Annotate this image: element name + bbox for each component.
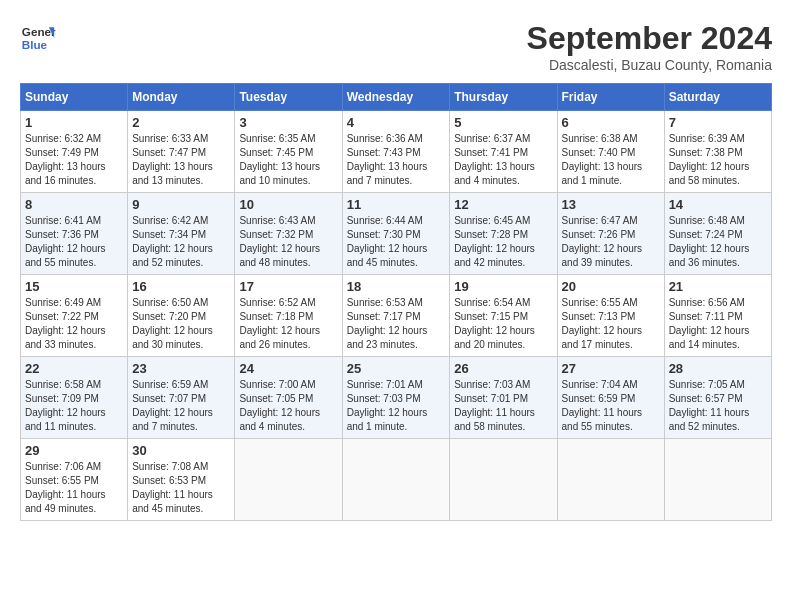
- day-number: 4: [347, 115, 446, 130]
- day-info: Sunrise: 6:32 AM Sunset: 7:49 PM Dayligh…: [25, 132, 123, 188]
- calendar-cell: 26Sunrise: 7:03 AM Sunset: 7:01 PM Dayli…: [450, 357, 557, 439]
- calendar-cell: 8Sunrise: 6:41 AM Sunset: 7:36 PM Daylig…: [21, 193, 128, 275]
- page-subtitle: Dascalesti, Buzau County, Romania: [527, 57, 772, 73]
- day-number: 14: [669, 197, 767, 212]
- calendar-cell: 16Sunrise: 6:50 AM Sunset: 7:20 PM Dayli…: [128, 275, 235, 357]
- day-number: 8: [25, 197, 123, 212]
- calendar-cell: 5Sunrise: 6:37 AM Sunset: 7:41 PM Daylig…: [450, 111, 557, 193]
- day-number: 6: [562, 115, 660, 130]
- weekday-header-tuesday: Tuesday: [235, 84, 342, 111]
- calendar-cell: 21Sunrise: 6:56 AM Sunset: 7:11 PM Dayli…: [664, 275, 771, 357]
- day-number: 20: [562, 279, 660, 294]
- day-info: Sunrise: 6:44 AM Sunset: 7:30 PM Dayligh…: [347, 214, 446, 270]
- day-number: 2: [132, 115, 230, 130]
- day-info: Sunrise: 6:38 AM Sunset: 7:40 PM Dayligh…: [562, 132, 660, 188]
- day-number: 23: [132, 361, 230, 376]
- day-info: Sunrise: 6:33 AM Sunset: 7:47 PM Dayligh…: [132, 132, 230, 188]
- title-area: September 2024 Dascalesti, Buzau County,…: [527, 20, 772, 73]
- calendar-cell: 29Sunrise: 7:06 AM Sunset: 6:55 PM Dayli…: [21, 439, 128, 521]
- svg-text:General: General: [22, 25, 56, 38]
- day-number: 19: [454, 279, 552, 294]
- calendar-cell: 15Sunrise: 6:49 AM Sunset: 7:22 PM Dayli…: [21, 275, 128, 357]
- calendar-cell: 17Sunrise: 6:52 AM Sunset: 7:18 PM Dayli…: [235, 275, 342, 357]
- day-number: 22: [25, 361, 123, 376]
- calendar-cell: 28Sunrise: 7:05 AM Sunset: 6:57 PM Dayli…: [664, 357, 771, 439]
- day-number: 18: [347, 279, 446, 294]
- day-number: 12: [454, 197, 552, 212]
- weekday-header-wednesday: Wednesday: [342, 84, 450, 111]
- calendar-cell: [557, 439, 664, 521]
- day-info: Sunrise: 6:52 AM Sunset: 7:18 PM Dayligh…: [239, 296, 337, 352]
- day-info: Sunrise: 6:55 AM Sunset: 7:13 PM Dayligh…: [562, 296, 660, 352]
- day-number: 7: [669, 115, 767, 130]
- day-info: Sunrise: 7:05 AM Sunset: 6:57 PM Dayligh…: [669, 378, 767, 434]
- day-info: Sunrise: 6:56 AM Sunset: 7:11 PM Dayligh…: [669, 296, 767, 352]
- day-info: Sunrise: 6:47 AM Sunset: 7:26 PM Dayligh…: [562, 214, 660, 270]
- calendar-cell: 18Sunrise: 6:53 AM Sunset: 7:17 PM Dayli…: [342, 275, 450, 357]
- day-info: Sunrise: 6:58 AM Sunset: 7:09 PM Dayligh…: [25, 378, 123, 434]
- day-info: Sunrise: 6:37 AM Sunset: 7:41 PM Dayligh…: [454, 132, 552, 188]
- calendar-cell: 13Sunrise: 6:47 AM Sunset: 7:26 PM Dayli…: [557, 193, 664, 275]
- day-info: Sunrise: 6:35 AM Sunset: 7:45 PM Dayligh…: [239, 132, 337, 188]
- day-number: 13: [562, 197, 660, 212]
- calendar-cell: 1Sunrise: 6:32 AM Sunset: 7:49 PM Daylig…: [21, 111, 128, 193]
- day-info: Sunrise: 6:48 AM Sunset: 7:24 PM Dayligh…: [669, 214, 767, 270]
- calendar-table: SundayMondayTuesdayWednesdayThursdayFrid…: [20, 83, 772, 521]
- day-info: Sunrise: 6:54 AM Sunset: 7:15 PM Dayligh…: [454, 296, 552, 352]
- svg-text:Blue: Blue: [22, 38, 48, 51]
- calendar-cell: [450, 439, 557, 521]
- day-info: Sunrise: 7:03 AM Sunset: 7:01 PM Dayligh…: [454, 378, 552, 434]
- day-info: Sunrise: 7:01 AM Sunset: 7:03 PM Dayligh…: [347, 378, 446, 434]
- header: General Blue September 2024 Dascalesti, …: [20, 20, 772, 73]
- day-number: 26: [454, 361, 552, 376]
- day-info: Sunrise: 6:59 AM Sunset: 7:07 PM Dayligh…: [132, 378, 230, 434]
- calendar-cell: 12Sunrise: 6:45 AM Sunset: 7:28 PM Dayli…: [450, 193, 557, 275]
- day-number: 30: [132, 443, 230, 458]
- day-number: 29: [25, 443, 123, 458]
- day-number: 3: [239, 115, 337, 130]
- calendar-cell: [342, 439, 450, 521]
- day-info: Sunrise: 7:08 AM Sunset: 6:53 PM Dayligh…: [132, 460, 230, 516]
- day-info: Sunrise: 6:49 AM Sunset: 7:22 PM Dayligh…: [25, 296, 123, 352]
- day-info: Sunrise: 7:00 AM Sunset: 7:05 PM Dayligh…: [239, 378, 337, 434]
- logo-icon: General Blue: [20, 20, 56, 56]
- logo: General Blue: [20, 20, 56, 56]
- weekday-header-sunday: Sunday: [21, 84, 128, 111]
- weekday-header-thursday: Thursday: [450, 84, 557, 111]
- calendar-cell: 3Sunrise: 6:35 AM Sunset: 7:45 PM Daylig…: [235, 111, 342, 193]
- calendar-cell: 2Sunrise: 6:33 AM Sunset: 7:47 PM Daylig…: [128, 111, 235, 193]
- page-title: September 2024: [527, 20, 772, 57]
- day-number: 1: [25, 115, 123, 130]
- calendar-cell: 6Sunrise: 6:38 AM Sunset: 7:40 PM Daylig…: [557, 111, 664, 193]
- day-number: 5: [454, 115, 552, 130]
- calendar-cell: 22Sunrise: 6:58 AM Sunset: 7:09 PM Dayli…: [21, 357, 128, 439]
- calendar-cell: 19Sunrise: 6:54 AM Sunset: 7:15 PM Dayli…: [450, 275, 557, 357]
- day-info: Sunrise: 6:39 AM Sunset: 7:38 PM Dayligh…: [669, 132, 767, 188]
- day-info: Sunrise: 7:06 AM Sunset: 6:55 PM Dayligh…: [25, 460, 123, 516]
- day-number: 24: [239, 361, 337, 376]
- day-number: 15: [25, 279, 123, 294]
- calendar-cell: 4Sunrise: 6:36 AM Sunset: 7:43 PM Daylig…: [342, 111, 450, 193]
- day-info: Sunrise: 6:41 AM Sunset: 7:36 PM Dayligh…: [25, 214, 123, 270]
- calendar-cell: 20Sunrise: 6:55 AM Sunset: 7:13 PM Dayli…: [557, 275, 664, 357]
- day-number: 17: [239, 279, 337, 294]
- day-info: Sunrise: 6:45 AM Sunset: 7:28 PM Dayligh…: [454, 214, 552, 270]
- calendar-cell: 14Sunrise: 6:48 AM Sunset: 7:24 PM Dayli…: [664, 193, 771, 275]
- calendar-cell: 23Sunrise: 6:59 AM Sunset: 7:07 PM Dayli…: [128, 357, 235, 439]
- day-number: 10: [239, 197, 337, 212]
- day-number: 28: [669, 361, 767, 376]
- day-info: Sunrise: 6:36 AM Sunset: 7:43 PM Dayligh…: [347, 132, 446, 188]
- day-number: 11: [347, 197, 446, 212]
- calendar-cell: 27Sunrise: 7:04 AM Sunset: 6:59 PM Dayli…: [557, 357, 664, 439]
- day-info: Sunrise: 6:43 AM Sunset: 7:32 PM Dayligh…: [239, 214, 337, 270]
- day-number: 21: [669, 279, 767, 294]
- weekday-header-friday: Friday: [557, 84, 664, 111]
- calendar-cell: 25Sunrise: 7:01 AM Sunset: 7:03 PM Dayli…: [342, 357, 450, 439]
- day-number: 9: [132, 197, 230, 212]
- calendar-cell: 7Sunrise: 6:39 AM Sunset: 7:38 PM Daylig…: [664, 111, 771, 193]
- day-number: 27: [562, 361, 660, 376]
- calendar-cell: 24Sunrise: 7:00 AM Sunset: 7:05 PM Dayli…: [235, 357, 342, 439]
- weekday-header-saturday: Saturday: [664, 84, 771, 111]
- day-info: Sunrise: 6:53 AM Sunset: 7:17 PM Dayligh…: [347, 296, 446, 352]
- calendar-cell: 30Sunrise: 7:08 AM Sunset: 6:53 PM Dayli…: [128, 439, 235, 521]
